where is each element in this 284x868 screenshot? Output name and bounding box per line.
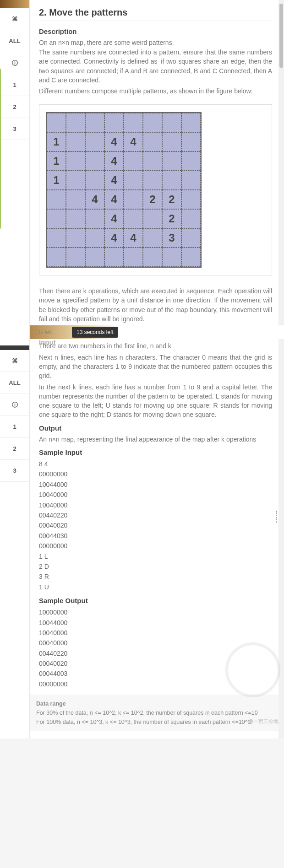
grid-cell: 2 <box>162 209 181 228</box>
sample-input-line: 10044000 <box>39 480 272 490</box>
sidebar2-item-2[interactable]: 2 <box>0 438 29 460</box>
sample-output-line: 00044003 <box>39 669 272 679</box>
sidebar2-item-cmd[interactable]: ⌘ <box>0 350 29 372</box>
output-heading: Output <box>39 424 272 432</box>
sidebar2-item-3[interactable]: 3 <box>0 460 29 482</box>
sample-input-line: 00000000 <box>39 541 272 551</box>
grid-cell <box>162 171 181 190</box>
timer-tooltip: 13 seconds left <box>72 327 118 338</box>
sample-input-line: 3 R <box>39 571 272 582</box>
grid-cell: 4 <box>104 190 124 209</box>
grid-cell <box>66 228 85 248</box>
grid-cell <box>47 113 66 132</box>
title-divider <box>39 21 272 21</box>
grid: 1441414442242443 <box>46 112 202 268</box>
grid-cell <box>143 248 162 267</box>
grid-cell <box>66 209 85 228</box>
sample-output-line: 10000000 <box>39 607 272 617</box>
grid-cell <box>85 228 104 248</box>
grid-cell <box>124 209 143 228</box>
sidebar-item-1[interactable]: 1 <box>0 74 29 96</box>
description-heading: Description <box>39 27 272 35</box>
grid-cell <box>47 248 66 267</box>
grid-cell <box>85 171 104 190</box>
grid-cell <box>181 113 201 132</box>
desc-p4: Then there are k operations, which are e… <box>39 286 272 323</box>
grid-cell: 4 <box>104 171 124 190</box>
datarange-p2: For 100% data, n <= 10^3, k <= 10^3, the… <box>36 719 251 725</box>
grid-cell: 3 <box>162 228 181 248</box>
grid-cell <box>124 248 143 267</box>
resize-handle-icon[interactable] <box>276 510 279 523</box>
grid-cell <box>66 171 85 190</box>
sample-input-line: 10040000 <box>39 490 272 500</box>
sample-output-line: 10040000 <box>39 628 272 638</box>
sample-input-line: 8 4 <box>39 459 272 469</box>
timer-short: 13s left <box>34 329 52 335</box>
sample-output-block: 1000000010044000100400000004000000440220… <box>39 607 272 689</box>
sidebar-item-3[interactable]: 3 <box>0 118 29 140</box>
grid-cell <box>85 132 104 151</box>
sidebar2-item-all[interactable]: ALL <box>0 372 29 394</box>
grid-cell <box>162 248 181 267</box>
grid-cell <box>124 171 143 190</box>
grid-cell <box>104 248 124 267</box>
input-p2: Next n lines, each line has n characters… <box>39 353 272 381</box>
sidebar-item-all[interactable]: ALL <box>0 30 29 52</box>
sidebar-item-info[interactable]: ⓘ <box>0 52 29 74</box>
grid-cell <box>47 209 66 228</box>
scrollbar-thumb[interactable] <box>279 4 283 68</box>
grid-cell: 2 <box>143 190 162 209</box>
grid-cell <box>143 132 162 151</box>
scrollbar-track[interactable] <box>279 0 284 739</box>
sample-input-line: 00040020 <box>39 520 272 530</box>
grid-cell <box>66 132 85 151</box>
grid-cell <box>181 151 201 171</box>
sample-input-heading: Sample Input <box>39 448 272 456</box>
sidebar-top-accent <box>0 0 29 8</box>
grid-cell <box>181 209 201 228</box>
grid-cell <box>162 151 181 171</box>
grid-cell <box>162 113 181 132</box>
sample-input-line: 10040000 <box>39 500 272 510</box>
grid-cell: 4 <box>124 132 143 151</box>
sidebar-dark-strip <box>0 345 29 350</box>
sample-output-line: 00000000 <box>39 679 272 689</box>
grid-cell <box>85 113 104 132</box>
grid-cell: 4 <box>85 190 104 209</box>
sample-input-line: 2 D <box>39 561 272 571</box>
grid-cell <box>85 151 104 171</box>
grid-cell: 1 <box>47 132 66 151</box>
problem-title: 2. Move the patterns <box>39 7 272 18</box>
grid-cell <box>143 151 162 171</box>
sample-output-line: 10044000 <box>39 618 272 628</box>
content: 2. Move the patterns Description On an n… <box>30 0 284 739</box>
desc-p3: Different numbers compose multiple patte… <box>39 86 272 96</box>
grid-cell <box>47 190 66 209</box>
grid-cell: 2 <box>162 190 181 209</box>
sidebar-lower: ⌘ ALL ⓘ 1 2 3 <box>0 345 30 698</box>
sidebar2-item-info[interactable]: ⓘ <box>0 394 29 416</box>
grid-cell <box>85 209 104 228</box>
grid-cell <box>124 113 143 132</box>
sample-input-line: 1 U <box>39 582 272 592</box>
grid-cell <box>181 228 201 248</box>
sample-output-heading: Sample Output <box>39 597 272 604</box>
grid-cell <box>162 132 181 151</box>
grid-cell <box>66 248 85 267</box>
grid-cell: 4 <box>104 209 124 228</box>
grid-cell <box>47 228 66 248</box>
sample-output-line: 00440220 <box>39 648 272 658</box>
grid-cell: 4 <box>104 228 124 248</box>
sidebar-item-cmd[interactable]: ⌘ <box>0 8 29 30</box>
desc-p1: On an n×n map, there are some weird patt… <box>39 38 272 48</box>
grid-cell <box>143 228 162 248</box>
grid-cell <box>181 248 201 267</box>
grid-cell: 4 <box>104 132 124 151</box>
grid-cell: 1 <box>47 151 66 171</box>
sample-input-line: 00000000 <box>39 469 272 479</box>
sample-input-line: 00440220 <box>39 510 272 520</box>
sidebar2-item-1[interactable]: 1 <box>0 416 29 438</box>
grid-cell <box>143 113 162 132</box>
sidebar-item-2[interactable]: 2 <box>0 96 29 118</box>
